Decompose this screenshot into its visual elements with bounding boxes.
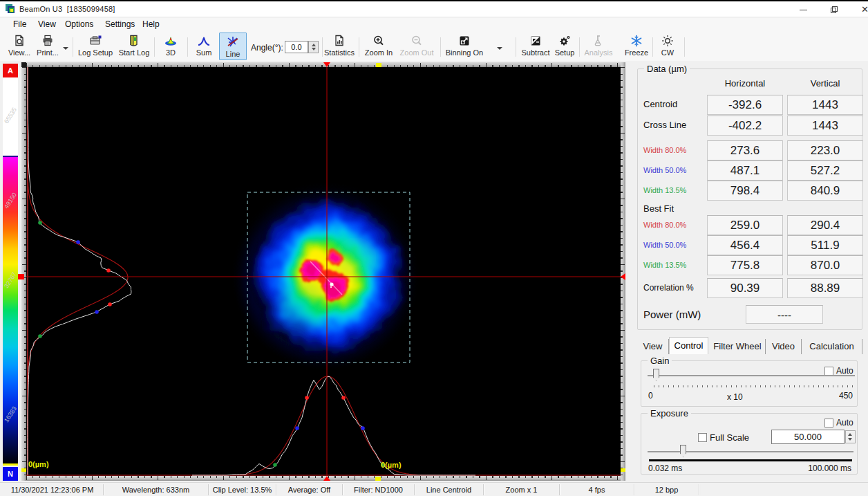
crossline-vertical-value: 1443 xyxy=(787,116,863,136)
zoom-in-icon xyxy=(362,34,395,48)
cw-button[interactable]: CW xyxy=(655,34,680,59)
ruler-right xyxy=(621,62,625,481)
tab-video[interactable]: Video xyxy=(766,339,802,354)
exposure-auto-label: Auto xyxy=(836,418,853,428)
tab-control[interactable]: Control xyxy=(669,337,708,354)
crosshair-marker-right[interactable] xyxy=(621,273,625,280)
power-label: Power (mW) xyxy=(643,309,701,320)
width13-vertical-value: 840.9 xyxy=(787,181,863,201)
log-setup-button[interactable]: Log Setup xyxy=(77,34,113,59)
exposure-auto-checkbox[interactable] xyxy=(824,419,833,428)
document-preview-icon xyxy=(6,34,33,48)
close-button[interactable]: ✕ xyxy=(856,1,868,18)
3d-beam-icon xyxy=(158,34,184,48)
tab-calculation[interactable]: Calculation xyxy=(802,339,862,354)
side-panel: Data (µm) Horizontal Vertical Centroid -… xyxy=(636,61,868,481)
flask-icon xyxy=(582,34,615,48)
toolbar-separator xyxy=(359,37,359,57)
centroid-vertical-value: 1443 xyxy=(787,95,863,115)
full-scale-checkbox[interactable] xyxy=(698,433,707,442)
exposure-slider-thumb[interactable] xyxy=(680,445,686,457)
data-groupbox: Data (µm) Horizontal Vertical Centroid -… xyxy=(637,68,862,330)
menu-settings[interactable]: Settings xyxy=(105,19,135,29)
ruler-left xyxy=(21,62,26,481)
exposure-slider-track[interactable] xyxy=(648,451,853,452)
gain-slider-thumb[interactable] xyxy=(653,369,659,381)
full-scale-label: Full Scale xyxy=(710,432,749,443)
zoom-out-icon xyxy=(398,34,435,48)
freeze-button[interactable]: Freeze xyxy=(623,34,650,59)
gain-slider-track[interactable] xyxy=(648,375,855,376)
width80-horizontal-value: 273.6 xyxy=(707,140,783,160)
angle-spinner-buttons[interactable] xyxy=(308,41,319,53)
crosshair-marker-left[interactable] xyxy=(18,274,24,279)
beam-plot[interactable]: 0(µm)0(µm) xyxy=(26,67,621,476)
exposure-spinner-buttons[interactable] xyxy=(845,430,856,443)
colorbar-normal-badge[interactable]: N xyxy=(3,467,18,481)
crosshair-marker-bottom[interactable] xyxy=(323,476,330,481)
menu-view[interactable]: View xyxy=(38,19,56,29)
fit-width80-vertical-value: 290.4 xyxy=(787,215,863,235)
fit-width50-vertical-value: 511.9 xyxy=(787,235,863,255)
status-datetime: 11/30/2021 12:23:06 PM xyxy=(1,484,104,495)
analysis-button[interactable]: Analysis xyxy=(582,34,615,59)
minimize-button[interactable] xyxy=(793,1,814,18)
setup-button[interactable]: Setup xyxy=(552,34,577,59)
line-button[interactable]: Line xyxy=(219,33,247,60)
tab-view[interactable]: View xyxy=(637,339,669,354)
print-button[interactable]: Print... xyxy=(35,34,61,59)
fit-width13-vertical-value: 870.0 xyxy=(787,255,863,275)
start-log-button[interactable]: Start Log xyxy=(116,34,152,59)
gain-auto-label: Auto xyxy=(836,366,853,376)
menu-options[interactable]: Options xyxy=(65,19,93,29)
fit-width13-horizontal-value: 775.8 xyxy=(707,255,783,275)
status-average: Average: Off xyxy=(276,484,343,495)
fit-width80-horizontal-value: 259.0 xyxy=(707,215,783,235)
tab-strip: View Control Filter Wheel Video Calculat… xyxy=(636,337,868,354)
x-origin-label: 0(µm) xyxy=(381,461,402,469)
row-label-fit-width-80: Width 80.0% xyxy=(643,221,686,229)
zoom-in-button[interactable]: Zoom In xyxy=(362,34,395,59)
subtract-icon xyxy=(519,34,552,48)
y-origin-label: 0(µm) xyxy=(28,460,49,468)
menu-file[interactable]: File xyxy=(13,19,26,29)
start-log-icon xyxy=(116,34,152,48)
view-button[interactable]: View... xyxy=(6,34,33,59)
gain-groupbox: Gain Auto 0 x 10 450 xyxy=(641,360,858,407)
angle-input[interactable]: 0.0 xyxy=(285,41,308,53)
sun-icon xyxy=(655,34,680,48)
status-zoom: Zoom x 1 xyxy=(484,484,560,495)
binning-button[interactable]: Binning On xyxy=(444,34,485,59)
best-fit-title: Best Fit xyxy=(643,203,674,214)
line-star-icon xyxy=(220,35,246,49)
toolbar-separator xyxy=(516,37,516,57)
row-label-centroid: Centroid xyxy=(643,99,677,109)
power-value: ---- xyxy=(746,305,823,324)
3d-button[interactable]: 3D xyxy=(158,34,184,59)
angle-label: Angle(°): xyxy=(251,43,283,53)
binning-dropdown-arrow[interactable] xyxy=(497,47,502,50)
zoom-out-button[interactable]: Zoom Out xyxy=(398,34,435,59)
binning-icon xyxy=(444,34,485,48)
colorbar-auto-badge[interactable]: A xyxy=(3,64,18,77)
origin-marker-bottom xyxy=(375,477,381,481)
crosshair-marker-top[interactable] xyxy=(323,62,330,67)
menu-help[interactable]: Help xyxy=(142,19,160,29)
toolbar-separator xyxy=(652,37,653,57)
tab-filter-wheel[interactable]: Filter Wheel xyxy=(710,339,766,354)
row-label-width-13: Width 13.5% xyxy=(643,186,686,194)
beam-display: 0(µm)0(µm) xyxy=(21,62,625,481)
exposure-value-input[interactable]: 50.000 xyxy=(771,430,845,444)
window-title: BeamOn U3 [1835099458] xyxy=(19,5,115,13)
sum-button[interactable]: Sum xyxy=(191,34,217,59)
correlation-horizontal-value: 90.39 xyxy=(707,278,783,298)
data-group-title: Data (µm) xyxy=(644,64,690,74)
width13-horizontal-value: 798.4 xyxy=(707,181,783,201)
subtract-button[interactable]: Subtract xyxy=(519,34,552,59)
gain-max-label: 450 xyxy=(839,391,853,401)
print-dropdown-arrow[interactable] xyxy=(63,47,68,50)
restore-button[interactable] xyxy=(824,1,845,18)
statistics-button[interactable]: Statistics xyxy=(323,34,355,59)
gear-icon xyxy=(552,34,577,48)
column-header-vertical: Vertical xyxy=(787,78,863,89)
